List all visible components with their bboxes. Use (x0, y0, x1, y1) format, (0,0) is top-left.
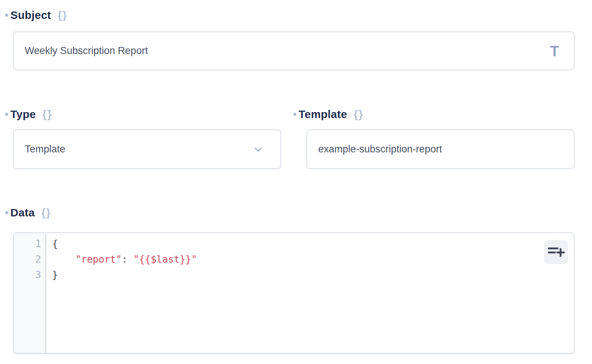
type-select[interactable]: Template (13, 129, 281, 169)
data-field-label: Data {} (5, 206, 51, 219)
editor-code-area[interactable]: { "report": "{{$last}}" } (47, 233, 574, 353)
subject-input[interactable]: Weekly Subscription Report T (13, 31, 575, 70)
data-label: Data (10, 206, 35, 219)
required-dot (5, 113, 8, 116)
subject-input-value: Weekly Subscription Report (14, 45, 148, 57)
format-json-button[interactable] (544, 240, 568, 264)
required-dot (293, 113, 296, 116)
type-select-value: Template (14, 144, 65, 155)
expression-braces-icon[interactable]: {} (58, 10, 68, 21)
code-line: { (52, 236, 574, 252)
required-dot (5, 14, 8, 17)
code-line: } (52, 267, 574, 283)
template-input[interactable]: example-subscription-report (306, 129, 575, 169)
line-number: 1 (14, 236, 46, 252)
editor-gutter: 1 2 3 (14, 233, 46, 353)
line-number: 2 (14, 252, 46, 267)
required-dot (5, 211, 8, 214)
type-label: Type (10, 108, 36, 121)
code-line: "report": "{{$last}}" (52, 252, 574, 267)
expression-braces-icon[interactable]: {} (354, 109, 364, 120)
data-code-editor[interactable]: 1 2 3 { "report": "{{$last}}" } (13, 232, 575, 354)
subject-label: Subject (10, 9, 51, 21)
template-label: Template (299, 108, 347, 121)
line-number: 3 (14, 267, 46, 283)
playlist-add-icon (548, 246, 565, 259)
type-field-label: Type {} (5, 108, 52, 121)
template-input-value: example-subscription-report (307, 144, 442, 155)
subject-field-label: Subject {} (5, 9, 67, 21)
text-mode-icon[interactable]: T (550, 44, 559, 58)
expression-braces-icon[interactable]: {} (41, 208, 51, 218)
template-field-label: Template {} (293, 108, 364, 121)
expression-braces-icon[interactable]: {} (43, 109, 53, 120)
chevron-down-icon (253, 144, 263, 155)
